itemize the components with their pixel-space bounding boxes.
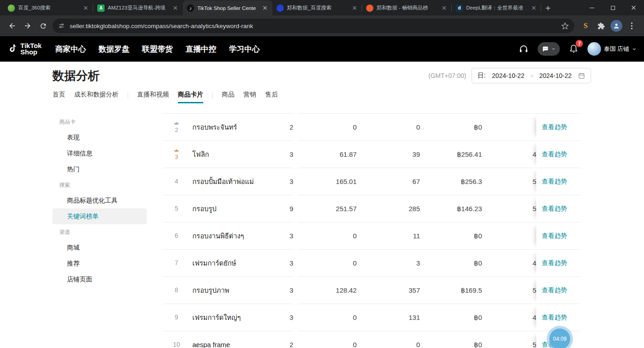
view-trend-link[interactable]: 查看趋势 [542,205,567,213]
browser-tab[interactable]: 郑和数据_百度搜索 [272,0,362,15]
tiktok-icon: ♪ [187,5,194,12]
sidebar-item-recommend[interactable]: 推荐 [52,256,147,271]
view-trend-link[interactable]: 查看趋势 [542,178,567,186]
tiktok-shop-navbar: TikTokShop 商家中心 数据罗盘 联盟带货 直播中控 学习中心 7 泰国… [0,36,644,62]
site-settings-icon[interactable] [58,22,65,29]
window-minimize-button[interactable] [582,0,602,15]
metric-col1: 251.57 [298,195,362,222]
tab-growth-analytics[interactable]: 成长和数据分析 [74,91,119,103]
date-from-value[interactable]: 2024-10-22 [492,72,525,79]
nav-item-learning-center[interactable]: 学习中心 [229,44,260,54]
nav-item-live-console[interactable]: 直播中控 [186,44,216,54]
zhenghe-icon [366,5,373,12]
tab-close-icon[interactable] [351,5,358,12]
sidebar-item-title-optimizer[interactable]: 商品标题优化工具 [52,193,147,208]
metric-col2: 0 [362,331,425,348]
sidebar-item-keyword-rank[interactable]: 关键词榜单 [52,208,147,224]
profile-avatar-icon[interactable] [609,18,624,34]
tab-title: 郑和数据 - 畅销商品榜 [377,5,437,11]
address-bar[interactable]: seller.tiktokglobalshop.com/compass/sear… [52,19,574,33]
bookmark-star-icon[interactable] [561,22,569,30]
rank-cell: 4 [163,168,190,195]
tab-close-icon[interactable] [82,5,89,12]
view-trend-link[interactable]: 查看趋势 [542,123,567,131]
notifications-button[interactable]: 7 [569,44,578,55]
rank-cell: 6 [163,222,190,249]
keyword-rank-table: 2 กรอบพระจันทร์ 2 0 0 ฿0 查看趋势 3 โฟลิก 3 … [163,105,581,348]
tab-close-icon[interactable] [172,5,179,12]
extension-s-icon[interactable]: S [578,18,593,34]
window-close-button[interactable] [623,0,644,15]
browser-menu-kebab-icon[interactable] [624,18,639,34]
tab-separator [128,92,128,99]
date-range-picker[interactable]: 日: 2024-10-22 - 2024-10-22 [472,68,591,83]
nav-item-affiliate[interactable]: 联盟带货 [142,44,173,54]
window-controls [582,0,644,15]
metric-gmv: ฿169.5 [425,277,487,304]
tab-live-video[interactable]: 直播和视频 [137,91,169,103]
tab-product[interactable]: 商品 [222,91,234,103]
account-name: 泰国 店铺 [604,45,629,53]
chevron-down-icon [551,47,556,51]
date-to-value[interactable]: 2024-10-22 [539,72,572,79]
sidebar-item-details[interactable]: 详细信息 [52,145,147,161]
browser-tab[interactable]: d DeepL翻译：全世界最准 [452,0,541,15]
rank-cell: 5 [163,195,190,222]
headset-support-icon[interactable] [519,44,529,54]
tab-home[interactable]: 首页 [52,91,65,103]
table-row: 3 โฟลิก 3 61.87 39 ฿256.41 4 查看趋势 [163,141,581,168]
browser-toolbar: seller.tiktokglobalshop.com/compass/sear… [0,15,644,36]
view-trend-link[interactable]: 查看趋势 [542,286,567,295]
tab-after-sales[interactable]: 售后 [265,91,278,103]
view-trend-link[interactable]: 查看趋势 [542,232,567,240]
new-tab-button[interactable] [541,0,555,15]
view-trend-link[interactable]: 查看趋势 [542,259,567,267]
reload-button[interactable] [35,18,51,34]
chevron-down-icon [632,47,637,52]
sidebar-item-mall[interactable]: 商城 [52,240,147,256]
data-analytics-page: 数据分析 (GMT+07:00) 日: 2024-10-22 - 2024-10… [0,62,644,348]
tab-close-icon[interactable] [261,5,268,12]
browser-tab[interactable]: 百度_360搜索 [4,0,93,15]
metric-col2: 67 [362,168,425,195]
rank-number: 3 [175,154,178,160]
floating-timer-bubble[interactable]: 04:09 [549,329,570,348]
metric-col2: 0 [362,114,425,140]
tab-close-icon[interactable] [530,5,537,12]
nav-right-cluster: 7 泰国 店铺 [519,42,637,56]
keyword-text: กรอบรูปภาพ [190,277,281,304]
crown-rank3-icon [173,148,180,153]
back-button[interactable] [5,18,20,34]
forward-button[interactable] [20,18,35,34]
main-nav: 商家中心 数据罗盘 联盟带货 直播中控 学习中心 [55,44,260,54]
date-dimension-label[interactable]: 日: [477,72,486,80]
browser-tab[interactable]: 郑和数据 - 畅销商品榜 [362,0,452,15]
messages-button[interactable] [538,42,560,56]
tiktok-shop-logo[interactable]: TikTokShop [7,43,42,55]
nav-item-data-compass[interactable]: 数据罗盘 [99,44,129,54]
clipped-metric-left: 3 [281,250,293,276]
chat-bubble-icon [542,45,549,53]
sidebar-item-shop-page[interactable]: 店铺页面 [52,271,147,287]
keyword-text: โฟลิก [190,141,281,168]
table-row: 5 กรอบรูป 9 251.57 285 ฿146.23 5 查看趋势 [163,195,581,222]
account-menu[interactable]: 泰国 店铺 [587,42,637,56]
metric-gmv: ฿0 [425,304,487,331]
view-trend-link[interactable]: 查看趋势 [542,150,567,159]
nav-item-seller-center[interactable]: 商家中心 [55,44,86,54]
view-trend-link[interactable]: 查看趋势 [542,314,567,322]
browser-tab-strip: 百度_360搜索 A AMZ123亚马逊导航-跨境 ♪ TikTok Shop … [0,0,644,15]
browser-tab[interactable]: A AMZ123亚马逊导航-跨境 [93,0,183,15]
table-row: 9 เฟรมการ์ดใหญ่ๆ 3 0 131 ฿0 4 查看趋势 [163,304,581,331]
tab-marketing[interactable]: 营销 [243,91,256,103]
url-text[interactable]: seller.tiktokglobalshop.com/compass/sear… [70,23,561,29]
window-maximize-button[interactable] [602,0,623,15]
tab-close-icon[interactable] [440,5,448,12]
sidebar-item-performance[interactable]: 表现 [52,130,147,145]
sidebar-item-trending[interactable]: 热门 [52,161,147,177]
browser-tab-active[interactable]: ♪ TikTok Shop Seller Cente [183,0,272,15]
tab-product-card[interactable]: 商品卡片 [178,91,203,103]
calendar-icon [578,72,585,79]
extensions-puzzle-icon[interactable] [593,18,609,34]
clipped-metric-right [487,222,536,249]
